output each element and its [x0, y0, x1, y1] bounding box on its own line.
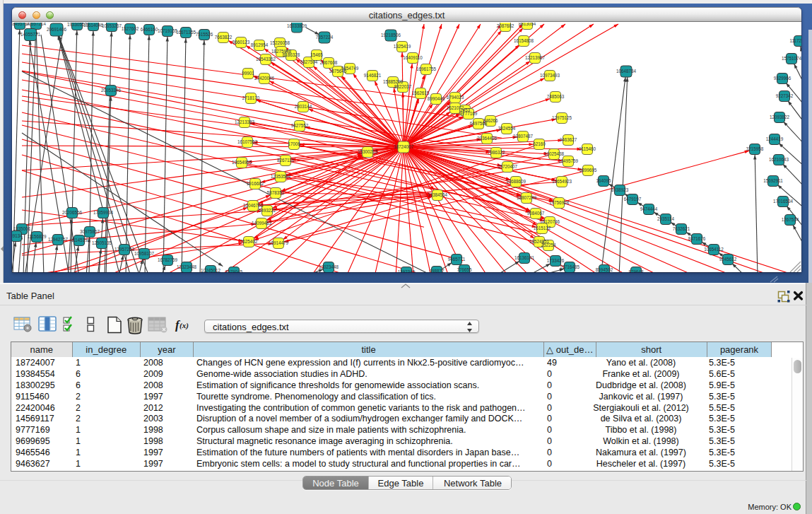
svg-text:16136141: 16136141	[514, 255, 535, 260]
svg-text:19218506: 19218506	[381, 33, 401, 37]
svg-text:16671355: 16671355	[176, 30, 196, 35]
svg-text:11156829: 11156829	[27, 234, 47, 239]
svg-text:6479197: 6479197	[624, 197, 642, 201]
svg-text:12323448: 12323448	[177, 264, 197, 269]
svg-text:15226058: 15226058	[270, 40, 290, 45]
svg-text:9777169: 9777169	[460, 111, 478, 116]
svg-text:(x): (x)	[180, 321, 189, 330]
svg-text:16543362: 16543362	[256, 57, 276, 62]
svg-text:776655: 776655	[457, 267, 472, 272]
svg-text:3824554: 3824554	[498, 126, 516, 131]
svg-text:7663822: 7663822	[215, 35, 233, 40]
svg-text:2867608: 2867608	[320, 60, 338, 65]
svg-text:19756928: 19756928	[549, 200, 570, 205]
svg-text:15692911: 15692911	[763, 178, 783, 183]
svg-text:13023448: 13023448	[319, 264, 339, 269]
svg-text:3215958: 3215958	[746, 146, 764, 151]
svg-text:17006: 17006	[288, 141, 300, 146]
svg-text:7515526: 7515526	[196, 32, 213, 37]
svg-text:16782759: 16782759	[158, 257, 178, 262]
svg-text:20557214: 20557214	[26, 23, 47, 26]
svg-text:8979045: 8979045	[225, 269, 243, 272]
svg-text:7632621: 7632621	[673, 226, 690, 231]
svg-text:15751074: 15751074	[782, 56, 801, 61]
svg-text:19384554: 19384554	[428, 192, 448, 197]
svg-text:7357224: 7357224	[316, 35, 334, 40]
svg-text:9465771: 9465771	[448, 257, 466, 262]
svg-text:9146821: 9146821	[364, 73, 382, 78]
svg-text:20691406: 20691406	[47, 27, 67, 32]
svg-text:12505135: 12505135	[92, 240, 112, 245]
svg-text:12975125: 12975125	[552, 115, 572, 120]
svg-text:20206556: 20206556	[62, 210, 83, 215]
svg-text:7485063: 7485063	[547, 94, 565, 99]
svg-text:10688609: 10688609	[506, 179, 526, 184]
svg-text:1292345: 1292345	[398, 269, 416, 272]
svg-text:10648784: 10648784	[616, 69, 637, 74]
svg-text:164095: 164095	[596, 178, 611, 183]
svg-text:8471676: 8471676	[688, 236, 706, 241]
svg-text:15300215: 15300215	[358, 149, 378, 154]
svg-text:17016534: 17016534	[773, 199, 794, 204]
svg-text:1916682: 1916682	[247, 181, 264, 186]
svg-text:1527602: 1527602	[122, 26, 139, 31]
svg-text:10719155: 10719155	[158, 28, 178, 33]
svg-text:9463627: 9463627	[560, 137, 577, 142]
svg-text:9329966: 9329966	[774, 76, 792, 81]
svg-text:6466160: 6466160	[141, 27, 158, 32]
svg-text:16409110: 16409110	[403, 55, 423, 60]
svg-text:8938923: 8938923	[611, 187, 629, 192]
svg-text:8322037: 8322037	[394, 84, 412, 89]
svg-text:16154808: 16154808	[514, 38, 534, 43]
svg-text:7625402: 7625402	[240, 239, 258, 244]
svg-text:252254: 252254	[541, 243, 556, 247]
svg-text:9245612: 9245612	[719, 257, 737, 262]
svg-text:1325419: 1325419	[394, 44, 411, 49]
svg-text:8186328: 8186328	[283, 52, 300, 57]
svg-text:2935114: 2935114	[657, 216, 675, 221]
svg-text:16033809: 16033809	[287, 23, 307, 28]
svg-text:10046766: 10046766	[243, 203, 264, 208]
svg-text:1835001: 1835001	[13, 226, 31, 231]
svg-text:1244419: 1244419	[766, 136, 784, 141]
svg-text:12353594: 12353594	[271, 174, 291, 179]
svg-text:8990448: 8990448	[428, 96, 445, 101]
svg-text:6899695: 6899695	[579, 168, 597, 173]
svg-text:17957253: 17957253	[114, 247, 135, 252]
svg-text:15720407: 15720407	[498, 164, 518, 169]
svg-text:20364436: 20364436	[477, 136, 498, 141]
svg-text:746266: 746266	[483, 118, 498, 123]
svg-text:1267534: 1267534	[782, 217, 799, 222]
svg-text:12093822: 12093822	[770, 115, 790, 119]
svg-text:9227342: 9227342	[776, 93, 794, 98]
svg-text:8267110: 8267110	[277, 158, 295, 163]
svg-text:11172834: 11172834	[789, 38, 801, 43]
svg-text:10807487: 10807487	[513, 134, 534, 139]
svg-text:20053346: 20053346	[101, 88, 122, 93]
svg-text:10958107: 10958107	[134, 251, 155, 256]
svg-text:9327504: 9327504	[300, 59, 318, 64]
svg-text:879648: 879648	[628, 269, 644, 272]
svg-text:16210643: 16210643	[769, 157, 789, 162]
svg-text:15885208: 15885208	[383, 79, 404, 84]
svg-text:10973493: 10973493	[540, 73, 560, 78]
svg-text:17359934: 17359934	[93, 210, 114, 215]
svg-text:14099483: 14099483	[252, 221, 272, 226]
svg-text:2803144: 2803144	[295, 104, 312, 109]
svg-text:18614046: 18614046	[83, 23, 104, 28]
svg-text:2718170: 2718170	[242, 95, 260, 100]
svg-text:8660123: 8660123	[233, 40, 250, 45]
svg-text:10654112: 10654112	[704, 247, 724, 252]
svg-text:10025438: 10025438	[544, 151, 565, 156]
svg-text:9474444: 9474444	[640, 206, 658, 211]
svg-text:19654923: 19654923	[552, 179, 572, 184]
svg-text:16961755: 16961755	[416, 66, 437, 71]
svg-text:10653267: 10653267	[102, 23, 122, 28]
svg-text:1114519: 1114519	[71, 238, 88, 243]
svg-text:15716485: 15716485	[560, 264, 580, 269]
svg-text:14055721: 14055721	[20, 32, 41, 37]
svg-text:12942757: 12942757	[48, 237, 69, 242]
svg-text:5878352: 5878352	[267, 190, 285, 195]
svg-text:8454749: 8454749	[341, 66, 359, 71]
svg-text:18724007: 18724007	[394, 144, 414, 149]
